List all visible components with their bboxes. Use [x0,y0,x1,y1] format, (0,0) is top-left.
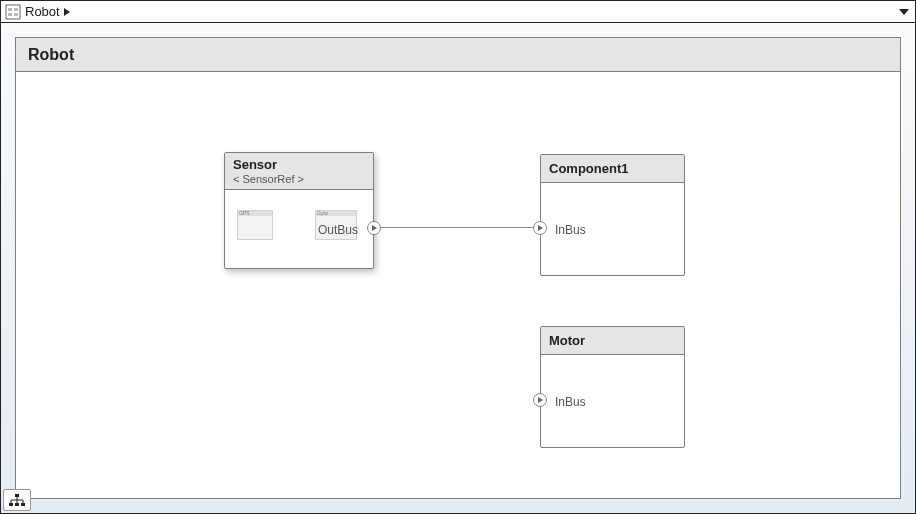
block-title: Component1 [549,161,676,176]
svg-rect-7 [15,503,19,506]
block-body: InBus [541,355,684,449]
block-body: GPS Gyro OutBus [225,190,373,269]
block-header: Sensor < SensorRef > [225,153,373,190]
block-motor[interactable]: Motor InBus [540,326,685,448]
port-label-outbus: OutBus [318,223,358,237]
thumb-gps: GPS [237,210,273,240]
chevron-right-icon [372,225,377,231]
block-component1[interactable]: Component1 InBus [540,154,685,276]
port-in-component1[interactable] [533,221,547,235]
svg-rect-6 [9,503,13,506]
port-label-inbus: InBus [555,223,586,237]
diagram-canvas[interactable]: Robot Sensor < SensorRef > GPS Gyro OutB… [15,37,901,499]
block-header: Component1 [541,155,684,183]
block-subtitle: < SensorRef > [233,173,365,185]
svg-rect-5 [15,494,19,497]
block-header: Motor [541,327,684,355]
svg-rect-4 [14,13,18,16]
chevron-right-icon [538,225,543,231]
svg-rect-8 [21,503,25,506]
hierarchy-button[interactable] [3,489,31,511]
block-body: InBus [541,183,684,277]
thumb-label: Gyro [316,211,356,216]
svg-rect-2 [14,8,18,11]
diagram-title-bar: Robot [16,38,900,72]
svg-rect-1 [8,8,12,11]
breadcrumb-arrow-icon[interactable] [64,8,70,16]
diagram-title: Robot [28,46,74,64]
chevron-right-icon [538,397,543,403]
block-title: Motor [549,333,676,348]
hierarchy-icon [9,494,25,506]
block-title: Sensor [233,157,365,172]
dropdown-arrow-icon[interactable] [899,9,909,15]
port-label-inbus: InBus [555,395,586,409]
port-out-sensor[interactable] [367,221,381,235]
breadcrumb-root[interactable]: Robot [25,4,60,19]
app-window: Robot Robot Sensor < SensorRef > GPS [0,0,916,514]
breadcrumb-bar: Robot [1,1,915,23]
connection-sensor-component1[interactable] [373,227,541,228]
svg-rect-3 [8,13,12,16]
port-in-motor[interactable] [533,393,547,407]
canvas-area[interactable]: Robot Sensor < SensorRef > GPS Gyro OutB… [1,23,915,513]
block-sensor[interactable]: Sensor < SensorRef > GPS Gyro OutBus [224,152,374,269]
svg-rect-0 [6,5,20,19]
model-icon [5,4,21,20]
thumb-gyro: Gyro OutBus [315,210,357,240]
thumb-label: GPS [238,211,272,216]
